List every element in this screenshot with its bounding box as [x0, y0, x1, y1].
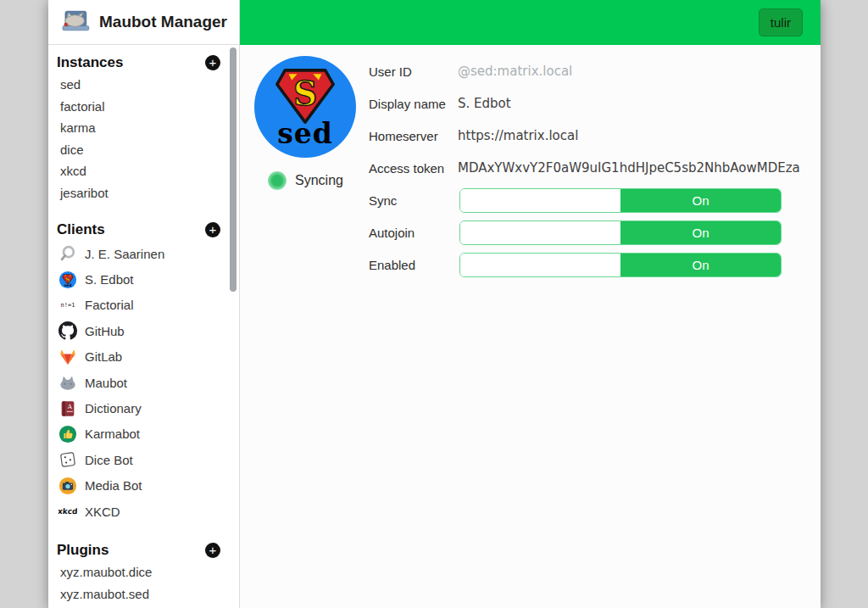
xkcd-logo-icon: xkcd	[58, 502, 77, 521]
instances-section-title: Instances	[57, 54, 123, 71]
clients-section: Clients + J. E. Saarinen Ssed S. Edbot n…	[57, 219, 220, 524]
sidebar-item-client[interactable]: Ssed S. Edbot	[57, 266, 220, 292]
add-client-button[interactable]: +	[205, 222, 220, 237]
field-label: User ID	[369, 64, 458, 79]
plugins-section-title: Plugins	[57, 542, 108, 559]
app-header: Maubot Manager	[48, 0, 240, 45]
sidebar-scrollbar-thumb[interactable]	[230, 47, 236, 292]
toggle-switch[interactable]: On	[459, 253, 782, 277]
add-plugin-button[interactable]: +	[205, 543, 220, 558]
sidebar-item-client[interactable]: Dice Bot	[57, 447, 220, 472]
toggle-row: Enabled On	[369, 248, 803, 281]
client-avatar[interactable]: S sed	[254, 56, 356, 158]
toggle-row: Sync On	[369, 184, 803, 216]
app-window: Maubot Manager tulir Instances + sedfact…	[48, 0, 821, 608]
add-instance-button[interactable]: +	[205, 55, 220, 70]
sidebar-item-plugin[interactable]: xyz.maubot.sed	[57, 583, 220, 605]
sidebar-item-client[interactable]: A Dictionary	[57, 395, 220, 421]
clients-section-title: Clients	[57, 221, 105, 238]
camera-icon	[58, 477, 77, 495]
field-row: Access token MDAxYWxvY2F0aW9uIG1hdHJpeC5…	[369, 152, 803, 184]
svg-text:S: S	[65, 275, 70, 282]
toggle-on-half[interactable]: On	[620, 189, 781, 212]
toggle-label: Enabled	[369, 258, 459, 272]
sed-shield-avatar-icon: Ssed	[58, 271, 77, 289]
client-detail-panel: S sed Syncing User ID @sed:matrix.local …	[240, 45, 821, 608]
field-label: Homeserver	[369, 129, 458, 143]
sidebar-item-instance[interactable]: xkcd	[57, 160, 220, 182]
field-row: Homeserver https://matrix.local	[369, 120, 803, 152]
top-bar: tulir	[240, 0, 821, 45]
sidebar-item-client[interactable]: Maubot	[57, 370, 220, 395]
status-dot-icon	[268, 171, 287, 190]
gray-cat-avatar-icon	[58, 244, 77, 263]
svg-text:S: S	[293, 74, 317, 113]
status-label: Syncing	[295, 173, 343, 188]
toggle-off-half[interactable]	[460, 189, 620, 212]
gitlab-icon	[58, 348, 77, 366]
maubot-cat-icon	[58, 373, 77, 392]
sidebar-item-client[interactable]: n!=1 Factorial	[57, 293, 220, 318]
toggle-row: Autojoin On	[369, 216, 803, 248]
client-fields: User ID @sed:matrix.local Display name S…	[369, 55, 803, 281]
toggle-switch[interactable]: On	[459, 220, 782, 245]
sidebar: Instances + sedfactorialkarmadicexkcdjes…	[48, 45, 240, 608]
sidebar-item-client[interactable]: GitHub	[57, 318, 220, 343]
field-row: Display name S. Edbot	[369, 87, 803, 120]
field-label: Access token	[369, 161, 458, 176]
dice-icon	[58, 450, 77, 469]
sidebar-item-plugin[interactable]: xyz.maubot.dice	[57, 561, 220, 583]
dictionary-book-icon: A	[58, 399, 77, 418]
user-menu-button[interactable]: tulir	[759, 8, 803, 36]
thumbs-up-icon	[58, 425, 77, 443]
toggle-off-half[interactable]	[460, 221, 620, 244]
toggle-off-half[interactable]	[460, 254, 620, 276]
field-row: User ID @sed:matrix.local	[369, 55, 803, 87]
sidebar-item-instance[interactable]: factorial	[57, 96, 220, 118]
sync-status: Syncing	[268, 171, 343, 190]
app-title: Maubot Manager	[99, 13, 227, 31]
sidebar-item-client[interactable]: J. E. Saarinen	[57, 241, 220, 266]
sidebar-item-instance[interactable]: dice	[57, 139, 220, 161]
sidebar-item-instance[interactable]: sed	[57, 74, 220, 96]
sidebar-item-client[interactable]: Media Bot	[57, 473, 220, 499]
sidebar-item-instance[interactable]: karma	[57, 117, 220, 139]
sidebar-item-client[interactable]: xkcd XKCD	[57, 499, 220, 524]
toggle-on-half[interactable]: On	[620, 254, 781, 276]
toggle-label: Autojoin	[369, 226, 459, 240]
field-value[interactable]: https://matrix.local	[458, 128, 800, 143]
field-value[interactable]: @sed:matrix.local	[458, 64, 800, 79]
plugins-section: Plugins + xyz.maubot.dicexyz.maubot.sed	[57, 539, 220, 605]
toggle-switch[interactable]: On	[459, 188, 782, 213]
github-icon	[58, 321, 77, 340]
toggle-on-half[interactable]: On	[620, 221, 781, 244]
field-label: Display name	[369, 97, 458, 111]
maubot-laptop-cat-icon	[60, 8, 91, 36]
avatar-label: sed	[277, 121, 333, 147]
svg-text:sed: sed	[64, 283, 72, 287]
superman-shield-icon: S	[272, 64, 338, 125]
field-value[interactable]: MDAxYWxvY2F0aW9uIG1hdHJpeC5sb2NhbAowMDEz…	[458, 160, 800, 176]
sidebar-item-client[interactable]: Karmabot	[57, 421, 220, 447]
factorial-avatar-icon: n!=1	[58, 296, 77, 315]
sidebar-item-client[interactable]: GitLab	[57, 344, 220, 370]
field-value[interactable]: S. Edbot	[458, 96, 800, 111]
instances-section: Instances + sedfactorialkarmadicexkcdjes…	[57, 52, 220, 204]
toggle-label: Sync	[369, 193, 459, 208]
svg-text:A: A	[67, 403, 73, 410]
sidebar-item-instance[interactable]: jesaribot	[57, 182, 220, 204]
